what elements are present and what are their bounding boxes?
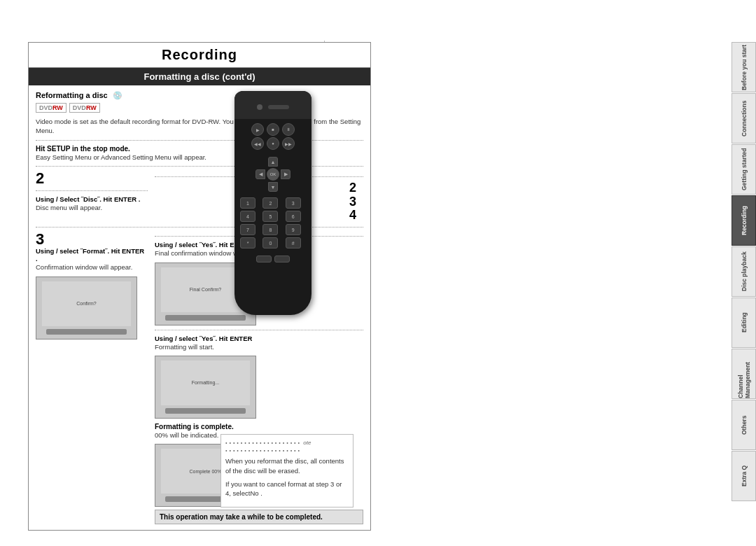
page-container: ✛ ✛ Recording Formatting a disc (cont'd)… [0,0,756,546]
remote-num-2[interactable]: 2 [262,197,278,209]
remote-num-1[interactable]: 1 [240,197,255,209]
remote-section-1: ▶ ■ ⏸ ◀◀ ● ▶▶ [234,119,312,154]
remote-num-9[interactable]: 9 [286,224,301,235]
tab-extra-q[interactable]: Extra Q [732,451,756,501]
step-4b-desc: Formatting will start. [155,342,363,351]
screen-mockup-3: Confirm? [36,276,137,340]
progress-bar-3 [46,329,126,335]
dpad-down[interactable]: ▼ [268,182,278,192]
progress-bar-4b [165,408,245,414]
step-3-number: 3 [36,232,148,247]
remote-row-1: ▶ ■ ⏸ [239,123,307,136]
page-title: Recording [29,43,370,68]
remote-numpad: 1 2 3 4 5 6 7 8 9 * 0 # [234,195,312,251]
step-2a-label: Using / Select ˝Disc˝. Hit ENTER . [36,195,148,203]
remote-num-star[interactable]: * [240,237,255,248]
remote-dpad: ▲ ▼ ◀ ▶ OK [255,157,290,192]
remote-control: ▶ ■ ⏸ ◀◀ ● ▶▶ ▲ ▼ ◀ ▶ OK 1 [234,91,312,315]
step-2-left: 2 Using / Select ˝Disc˝. Hit ENTER . Dis… [36,171,148,223]
dpad-left[interactable]: ◀ [255,169,265,179]
remote-menu-btn[interactable] [274,255,290,262]
remote-num-3[interactable]: 3 [286,197,301,209]
dpad-center[interactable]: OK [267,168,279,181]
tab-connections[interactable]: Connections [732,93,756,144]
remote-num-hash[interactable]: # [286,237,301,248]
tab-channel-management[interactable]: Channel Management [732,349,756,399]
remote-display [268,105,289,109]
remote-num-8[interactable]: 8 [262,224,278,235]
remote-num-7[interactable]: 7 [240,224,255,235]
tab-recording[interactable]: Recording [732,195,756,246]
page-subtitle: Formatting a disc (cont'd) [29,68,370,85]
remote-num-0[interactable]: 0 [262,237,278,248]
side-tabs: Before you start Connections Getting sta… [732,42,756,501]
remote-num-4[interactable]: 4 [240,211,255,222]
remote-row-2: ◀◀ ● ▶▶ [239,137,307,150]
formatting-complete-label: Formatting is complete. [155,423,363,430]
screen-text-3: Confirm? [76,301,96,306]
remote-num-5[interactable]: 5 [262,211,278,222]
tab-others[interactable]: Others [732,400,756,450]
step-4b-label: Using / select ˝Yes˝. Hit ENTER [155,335,363,342]
note-box: •••••••••••••••••••• ote •••••••••••••••… [220,434,354,507]
step-2-number: 2 [36,171,148,186]
screen-text-4a: Final Confirm? [190,287,222,292]
remote-btn-1[interactable]: ▶ [251,123,264,136]
tab-before-you-start[interactable]: Before you start [732,42,756,92]
step-3a-desc: Confirmation window will appear. [36,262,148,272]
remote-container: ▶ ■ ⏸ ◀◀ ● ▶▶ ▲ ▼ ◀ ▶ OK 1 [224,91,322,315]
tab-disc-playback[interactable]: Disc playback [732,246,756,297]
remote-top [234,91,312,119]
note-text-2: If you want to cancel format at step 3 o… [225,479,349,498]
step-3a-label: Using / select ˝Format˝. Hit ENTER . [36,247,148,262]
remote-setup-btn[interactable] [256,255,272,262]
screen-mockup-4b: Formatting... [155,356,256,419]
screen-text-4b: Formatting... [192,380,219,385]
remote-btn-5[interactable]: ● [267,137,279,150]
highlight-box: This operation may take a while to be co… [155,510,363,524]
screen-content-4b: Formatting... [161,360,250,405]
screen-text-complete: Complete 00% [190,469,222,474]
remote-btn-6[interactable]: ▶▶ [282,137,295,150]
note-label: ote [303,440,311,446]
dpad-right[interactable]: ▶ [281,169,290,179]
note-header: •••••••••••••••••••• ote •••••••••••••••… [225,439,349,454]
remote-btn-3[interactable]: ⏸ [282,123,295,136]
dpad-up[interactable]: ▲ [268,157,278,167]
disc-icon: 💿 [113,91,122,99]
tab-getting-started[interactable]: Getting started [732,144,756,195]
remote-btn-4[interactable]: ◀◀ [251,137,264,150]
dvd-rw-logo-2: DVDRW [69,103,100,113]
highlight-text: This operation may take a while to be co… [160,513,323,521]
remote-power-btn[interactable] [257,104,262,110]
remote-btn-2[interactable]: ■ [267,123,279,136]
screen-content-3: Confirm? [42,281,131,326]
progress-bar-4a [165,315,245,321]
dvd-rw-logo-1: DVDRW [36,103,66,113]
note-text-1: When you reformat the disc, all contents… [225,456,349,475]
tab-editing[interactable]: Editing [732,298,756,348]
remote-num-6[interactable]: 6 [286,211,301,222]
step-2a-desc: Disc menu will appear. [36,203,148,212]
remote-bottom-row [234,253,312,265]
step-3-left: 3 Using / select ˝Format˝. Hit ENTER . C… [36,232,148,524]
